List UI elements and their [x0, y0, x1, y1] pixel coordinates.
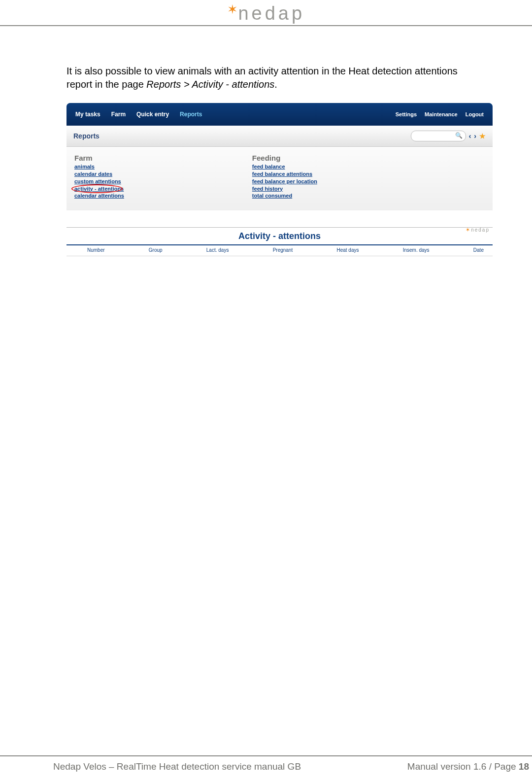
next-icon[interactable]: ›: [474, 132, 476, 140]
intro-period: .: [274, 79, 277, 90]
report-brand: ✶nedap: [466, 227, 490, 233]
report-brand-text: nedap: [471, 227, 490, 233]
footer-right: Manual version 1.6 / Page 18: [407, 761, 529, 772]
footer-page-number: 18: [519, 761, 529, 772]
link-animals[interactable]: animals: [74, 163, 124, 170]
footer-version: Manual version 1.6 / Page: [407, 761, 519, 772]
col-group: Group: [149, 247, 163, 253]
footer-rule: [0, 755, 532, 756]
feeding-column: Feeding feed balance feed balance attent…: [252, 154, 317, 200]
nav-farm[interactable]: Farm: [111, 111, 126, 118]
nav-logout[interactable]: Logout: [466, 111, 484, 117]
page-toolbar: Reports 🔍 ‹ › ★: [66, 126, 493, 147]
link-total-consumed[interactable]: total consumed: [252, 192, 317, 200]
farm-column: Farm animals calendar dates custom atten…: [74, 154, 124, 200]
col-heat-days: Heat days: [336, 247, 359, 253]
screenshot-reports-page: My tasks Farm Quick entry Reports Settin…: [66, 103, 493, 210]
link-feed-balance-attentions[interactable]: feed balance attentions: [252, 170, 317, 178]
nav-quick-entry[interactable]: Quick entry: [136, 111, 169, 118]
nav-maintenance[interactable]: Maintenance: [425, 111, 458, 117]
col-pregnant: Pregnant: [273, 247, 293, 253]
link-custom-attentions[interactable]: custom attentions: [74, 178, 124, 185]
footer-left: Nedap Velos – RealTime Heat detection se…: [53, 761, 301, 772]
link-feed-history[interactable]: feed history: [252, 185, 317, 193]
col-lact-days: Lact. days: [206, 247, 229, 253]
col-insem-days: Insem. days: [403, 247, 430, 253]
intro-path: Reports > Activity - attentions: [146, 79, 274, 90]
farm-heading: Farm: [74, 154, 124, 162]
feeding-heading: Feeding: [252, 154, 317, 162]
nav-my-tasks[interactable]: My tasks: [75, 111, 100, 118]
prev-icon[interactable]: ‹: [469, 132, 471, 140]
search-input[interactable]: 🔍: [411, 131, 466, 141]
col-date: Date: [473, 247, 484, 253]
link-activity-attentions[interactable]: activity - attentions: [74, 185, 124, 193]
intro-paragraph: It is also possible to view animals with…: [66, 65, 466, 91]
page-title: Reports: [73, 132, 100, 140]
favorite-icon[interactable]: ★: [479, 132, 486, 140]
report-columns: Number Group Lact. days Pregnant Heat da…: [66, 245, 493, 256]
nav-reports[interactable]: Reports: [180, 111, 202, 118]
link-feed-balance[interactable]: feed balance: [252, 163, 317, 170]
star-icon: ✶: [227, 2, 238, 17]
link-calendar-dates[interactable]: calendar dates: [74, 170, 124, 178]
link-calendar-attentions[interactable]: calendar attentions: [74, 192, 124, 200]
reports-body: Farm animals calendar dates custom atten…: [66, 147, 493, 210]
col-number: Number: [87, 247, 105, 253]
main-nav: My tasks Farm Quick entry Reports Settin…: [66, 103, 493, 126]
search-icon: 🔍: [455, 132, 463, 139]
link-feed-balance-per-location[interactable]: feed balance per location: [252, 178, 317, 185]
header-logo: ✶ nedap: [0, 0, 532, 24]
report-title: Activity - attentions: [66, 228, 493, 241]
page-footer: Nedap Velos – RealTime Heat detection se…: [0, 755, 532, 772]
star-icon: ✶: [466, 227, 471, 233]
nav-settings[interactable]: Settings: [396, 111, 417, 117]
screenshot-activity-attentions: Activity - attentions ✶nedap Number Grou…: [66, 227, 493, 256]
brand-text: nedap: [238, 3, 305, 24]
